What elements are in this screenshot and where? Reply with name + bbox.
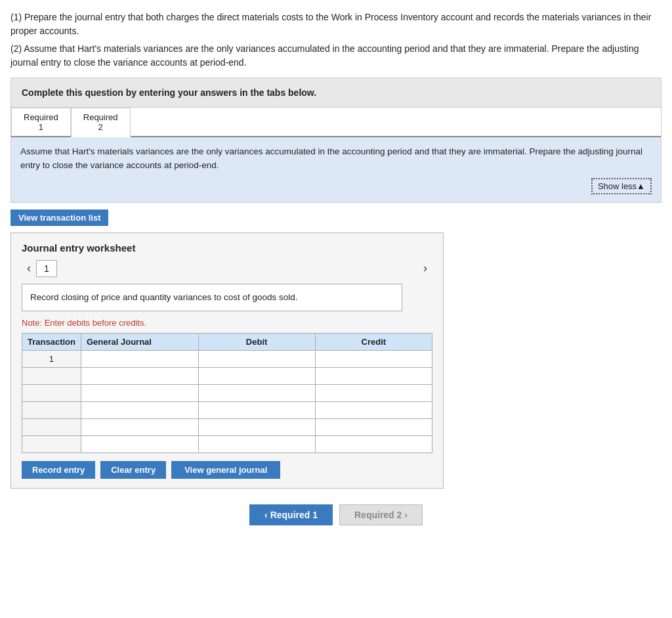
credit-cell-5[interactable] [315, 419, 432, 436]
credit-input-5[interactable] [316, 419, 432, 435]
nav-number: 1 [36, 260, 57, 277]
show-less-area: Show less▲ [20, 178, 652, 194]
journal-input-4[interactable] [81, 402, 198, 418]
table-row [22, 419, 432, 436]
tab-required-1[interactable]: Required 1 [11, 108, 71, 136]
row-num-2 [22, 368, 81, 385]
debit-cell-5[interactable] [198, 419, 315, 436]
credit-input-4[interactable] [316, 402, 432, 418]
journal-input-6[interactable] [81, 436, 198, 452]
journal-cell-4[interactable] [81, 402, 198, 419]
journal-cell-6[interactable] [81, 436, 198, 453]
tab2-sub: 2 [83, 122, 118, 132]
action-buttons: Record entry Clear entry View general jo… [22, 461, 432, 479]
tab1-sub: 1 [24, 122, 58, 132]
journal-input-3[interactable] [81, 385, 198, 401]
bottom-required1-button[interactable]: ‹ Required 1 [249, 504, 333, 525]
view-transaction-list-button[interactable]: View transaction list [10, 210, 108, 226]
worksheet-title: Journal entry worksheet [22, 242, 432, 254]
credit-cell-3[interactable] [315, 385, 432, 402]
row-num-5 [22, 419, 81, 436]
debit-input-3[interactable] [199, 385, 315, 401]
view-general-journal-button[interactable]: View general journal [171, 461, 280, 479]
description-box: Record closing of price and quantity var… [22, 284, 402, 311]
debit-input-5[interactable] [199, 419, 315, 435]
debit-input-6[interactable] [199, 436, 315, 452]
credit-cell-6[interactable] [315, 436, 432, 453]
table-row [22, 385, 432, 402]
tab-required-2[interactable]: Required 2 [71, 108, 131, 137]
clear-entry-button[interactable]: Clear entry [100, 461, 166, 479]
row-num-3 [22, 385, 81, 402]
credit-cell-1[interactable] [315, 351, 432, 368]
complete-text: Complete this question by entering your … [22, 87, 316, 98]
col-transaction: Transaction [22, 334, 81, 351]
nav-left-arrow[interactable]: ‹ [22, 260, 36, 276]
col-general-journal: General Journal [81, 334, 198, 351]
table-row [22, 368, 432, 385]
journal-cell-3[interactable] [81, 385, 198, 402]
row-num-4 [22, 402, 81, 419]
tab1-label: Required [24, 112, 58, 122]
table-row: 1 [22, 351, 432, 368]
journal-cell-5[interactable] [81, 419, 198, 436]
journal-cell-2[interactable] [81, 368, 198, 385]
debit-input-1[interactable] [199, 351, 315, 367]
intro-para2: (2) Assume that Hart's materials varianc… [10, 42, 662, 70]
row-num-1: 1 [22, 351, 81, 368]
worksheet-box: Journal entry worksheet ‹ 1 › Record clo… [10, 232, 444, 489]
journal-cell-1[interactable] [81, 351, 198, 368]
complete-box: Complete this question by entering your … [10, 77, 662, 108]
debit-input-4[interactable] [199, 402, 315, 418]
debit-cell-2[interactable] [198, 368, 315, 385]
credit-cell-4[interactable] [315, 402, 432, 419]
debit-cell-6[interactable] [198, 436, 315, 453]
journal-input-5[interactable] [81, 419, 198, 435]
table-row [22, 402, 432, 419]
tabs-row: Required 1 Required 2 [11, 108, 661, 137]
debit-input-2[interactable] [199, 368, 315, 384]
tab2-label: Required [83, 112, 118, 122]
description-text: Record closing of price and quantity var… [30, 292, 297, 302]
bottom-nav: ‹ Required 1 Required 2 › [10, 504, 662, 525]
note-text: Note: Enter debits before credits. [22, 318, 432, 328]
record-entry-button[interactable]: Record entry [22, 461, 95, 479]
journal-table: Transaction General Journal Debit Credit… [22, 333, 432, 453]
intro-para1: (1) Prepare the journal entry that both … [10, 11, 662, 38]
credit-input-3[interactable] [316, 385, 432, 401]
tabs-container: Required 1 Required 2 Assume that Hart's… [10, 108, 662, 203]
nav-row: ‹ 1 › [22, 260, 432, 277]
col-debit: Debit [198, 334, 315, 351]
row-num-6 [22, 436, 81, 453]
credit-input-2[interactable] [316, 368, 432, 384]
show-less-button[interactable]: Show less▲ [591, 178, 652, 194]
debit-cell-4[interactable] [198, 402, 315, 419]
credit-input-1[interactable] [316, 351, 432, 367]
credit-cell-2[interactable] [315, 368, 432, 385]
tab-content: Assume that Hart's materials variances a… [11, 137, 661, 202]
journal-input-2[interactable] [81, 368, 198, 384]
bottom-required2-button: Required 2 › [339, 504, 423, 525]
nav-right-arrow[interactable]: › [418, 260, 432, 276]
table-row [22, 436, 432, 453]
credit-input-6[interactable] [316, 436, 432, 452]
debit-cell-3[interactable] [198, 385, 315, 402]
journal-input-1[interactable] [81, 351, 198, 367]
debit-cell-1[interactable] [198, 351, 315, 368]
tab-content-text: Assume that Hart's materials variances a… [20, 146, 642, 170]
intro-section: (1) Prepare the journal entry that both … [10, 11, 662, 70]
col-credit: Credit [315, 334, 432, 351]
